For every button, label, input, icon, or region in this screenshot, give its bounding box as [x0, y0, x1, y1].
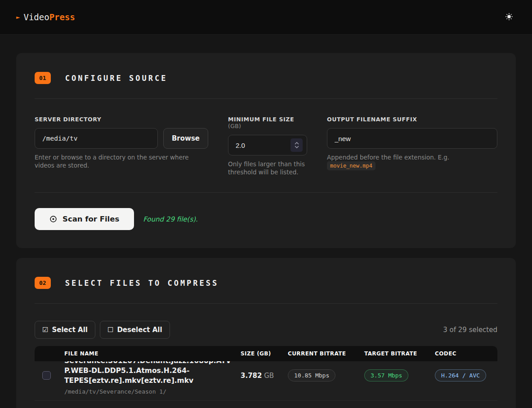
scan-divider [35, 192, 497, 193]
min-file-size-label: MINIMUM FILE SIZE (GB) [228, 116, 307, 129]
server-directory-input[interactable] [35, 128, 158, 149]
logo-arrow-icon: ► [16, 13, 20, 21]
min-file-size-unit: (GB) [228, 123, 241, 129]
configure-source-card: 01 CONFIGURE SOURCE SERVER DIRECTORY Bro… [16, 53, 516, 248]
file-table: FILE NAME SIZE (GB) CURRENT BITRATE TARG… [35, 346, 497, 408]
scan-target-icon [49, 215, 57, 223]
main-content: 01 CONFIGURE SOURCE SERVER DIRECTORY Bro… [0, 35, 532, 408]
chevron-up-icon [295, 142, 299, 145]
suffix-example-code: movie_new.mp4 [327, 161, 376, 170]
server-directory-label: SERVER DIRECTORY [35, 116, 208, 123]
checked-box-icon: ☑ [42, 326, 48, 334]
server-directory-field-group: SERVER DIRECTORY Browse Enter or browse … [35, 116, 208, 176]
codec-badge: H.264 / AVC [435, 369, 486, 381]
logo-text-press: Press [49, 12, 75, 22]
step2-header: 02 SELECT FILES TO COMPRESS [35, 276, 497, 295]
suffix-help: Appended before the file extension. E.g.… [327, 154, 497, 169]
server-directory-help: Enter or browse to a directory on the se… [35, 154, 208, 169]
col-current-bitrate: CURRENT BITRATE [288, 350, 364, 357]
file-path: /media/tv/Severance/Season 1/ [64, 388, 241, 395]
selected-summary: 3 of 29 selected [443, 326, 497, 334]
step1-divider [35, 98, 497, 99]
select-files-card: 02 SELECT FILES TO COMPRESS ☑ Select All… [16, 258, 516, 408]
table-row: Severance.S01E04.The.You.You.Are.1080p.A… [35, 401, 497, 408]
top-bar: ► VideoPress [0, 0, 532, 35]
chevron-down-icon [295, 146, 299, 148]
source-form: SERVER DIRECTORY Browse Enter or browse … [35, 116, 497, 176]
empty-box-icon: ☐ [107, 326, 113, 334]
step2-divider [35, 303, 497, 304]
current-bitrate-badge: 10.85 Mbps [288, 369, 335, 381]
step1-badge: 01 [35, 72, 51, 84]
file-size: 3.782 [241, 372, 262, 380]
sun-icon [505, 13, 513, 22]
suffix-label: OUTPUT FILENAME SUFFIX [327, 116, 497, 123]
theme-toggle-button[interactable] [502, 10, 516, 25]
step1-header: 01 CONFIGURE SOURCE [35, 71, 497, 90]
target-bitrate-badge: 3.57 Mbps [364, 369, 408, 381]
suffix-input[interactable] [327, 128, 497, 149]
row-checkbox[interactable] [42, 371, 51, 380]
scan-row: Scan for Files Found 29 file(s). [35, 200, 497, 230]
logo-text-video: Video [23, 12, 49, 22]
selection-toolbar: ☑ Select All ☐ Deselect All 3 of 29 sele… [35, 321, 497, 339]
col-file-name: FILE NAME [64, 350, 241, 357]
col-size: SIZE (GB) [241, 350, 288, 357]
step1-title: CONFIGURE SOURCE [65, 74, 168, 83]
col-codec: CODEC [435, 350, 497, 357]
app-logo: ► VideoPress [16, 12, 75, 22]
min-file-size-field-group: MINIMUM FILE SIZE (GB) Only files larger… [228, 116, 307, 176]
scan-for-files-button[interactable]: Scan for Files [35, 208, 134, 230]
browse-button[interactable]: Browse [163, 128, 208, 149]
scan-result-text: Found 29 file(s). [143, 215, 198, 223]
step2-title: SELECT FILES TO COMPRESS [65, 279, 219, 288]
step2-badge: 02 [35, 277, 51, 289]
min-file-size-help: Only files larger than this threshold wi… [228, 160, 307, 176]
deselect-all-button[interactable]: ☐ Deselect All [100, 321, 170, 339]
col-target-bitrate: TARGET BITRATE [364, 350, 435, 357]
file-name: Severance.S01E04.The.You.You.Are.1080p.A… [64, 406, 241, 408]
file-size-unit: GB [264, 372, 274, 380]
number-stepper[interactable] [291, 138, 303, 152]
file-table-header: FILE NAME SIZE (GB) CURRENT BITRATE TARG… [35, 346, 497, 361]
suffix-field-group: OUTPUT FILENAME SUFFIX Appended before t… [327, 116, 497, 176]
select-all-button[interactable]: ☑ Select All [35, 321, 95, 339]
